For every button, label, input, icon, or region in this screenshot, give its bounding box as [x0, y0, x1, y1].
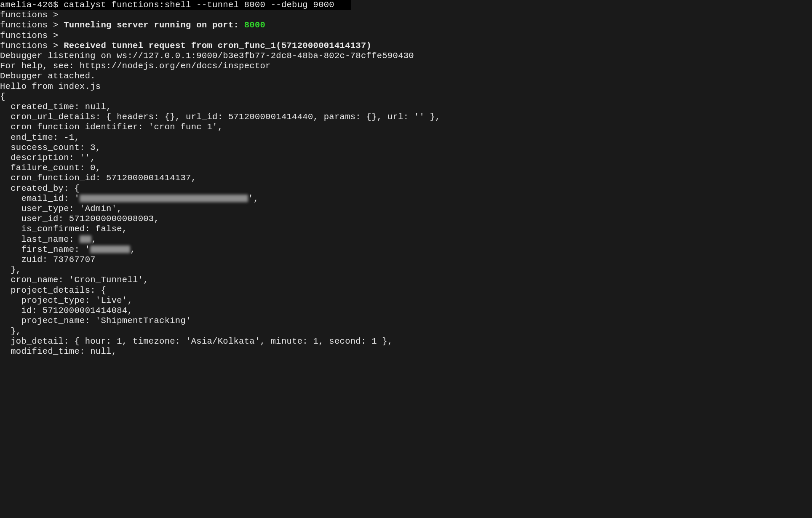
- hello-message: Hello from index.js: [0, 82, 812, 92]
- email-label: email_id: ': [0, 194, 80, 203]
- failure-count: failure_count: 0,: [0, 163, 812, 173]
- help-url: For help, see: https://nodejs.org/en/doc…: [0, 61, 812, 71]
- redacted-first-name: x: [90, 246, 130, 253]
- is-confirmed: is_confirmed: false,: [0, 224, 812, 234]
- zuid: zuid: 73767707: [0, 255, 812, 265]
- redacted-last-name: x: [80, 235, 91, 243]
- first-name-suffix: ,: [130, 245, 136, 254]
- end-time: end_time: -1,: [0, 133, 812, 143]
- prompt-command: catalyst functions:shell --tunnel 8000 -…: [64, 0, 334, 10]
- terminal-output: amelia-426$ catalyst functions:shell --t…: [0, 0, 812, 357]
- redacted-email: x: [80, 195, 248, 202]
- created-time: created_time: null,: [0, 102, 812, 112]
- first-name-label: first_name: ': [0, 245, 90, 254]
- user-id: user_id: 5712000000008003,: [0, 214, 812, 224]
- created-by-close: },: [0, 265, 812, 275]
- modified-time: modified_time: null,: [0, 347, 812, 357]
- project-details-open: project_details: {: [0, 286, 812, 296]
- project-type: project_type: 'Live',: [0, 296, 812, 306]
- email-suffix: ',: [248, 194, 259, 203]
- output-line: functions > Tunneling server running on …: [0, 20, 812, 30]
- output-line: functions >: [0, 10, 812, 20]
- project-details-close: },: [0, 326, 812, 336]
- job-detail: job_detail: { hour: 1, timezone: 'Asia/K…: [0, 336, 812, 347]
- object-open: {: [0, 92, 812, 102]
- output-line: functions > Received tunnel request from…: [0, 41, 812, 51]
- project-id: id: 5712000001414084,: [0, 306, 812, 316]
- success-count: success_count: 3,: [0, 143, 812, 153]
- email-id: email_id: 'x',: [0, 194, 812, 204]
- functions-prompt: functions >: [0, 41, 64, 51]
- cron-function-identifier: cron_function_identifier: 'cron_func_1',: [0, 122, 812, 132]
- functions-prompt: functions >: [0, 20, 64, 30]
- description: description: '',: [0, 153, 812, 163]
- created-by-open: created_by: {: [0, 184, 812, 194]
- last-name-label: last_name:: [0, 235, 80, 244]
- last-name: last_name: x,: [0, 235, 812, 245]
- cron-name: cron_name: 'Cron_Tunnell',: [0, 275, 812, 285]
- prompt-line[interactable]: amelia-426$ catalyst functions:shell --t…: [0, 0, 812, 10]
- first-name: first_name: 'x,: [0, 245, 812, 255]
- debugger-attached: Debugger attached.: [0, 71, 812, 81]
- last-name-suffix: ,: [91, 235, 97, 244]
- tunnel-port: 8000: [244, 20, 265, 30]
- project-name: project_name: 'ShipmentTracking': [0, 316, 812, 326]
- output-line: functions >: [0, 31, 812, 41]
- user-type: user_type: 'Admin',: [0, 204, 812, 214]
- prompt-user: amelia-426$: [0, 0, 59, 10]
- cron-url-details: cron_url_details: { headers: {}, url_id:…: [0, 112, 812, 122]
- tunnel-request-message: Received tunnel request from cron_func_1…: [64, 41, 371, 51]
- debugger-url: Debugger listening on ws://127.0.0.1:900…: [0, 51, 812, 61]
- tunnel-message: Tunneling server running on port:: [64, 20, 244, 30]
- cron-function-id: cron_function_id: 5712000001414137,: [0, 173, 812, 183]
